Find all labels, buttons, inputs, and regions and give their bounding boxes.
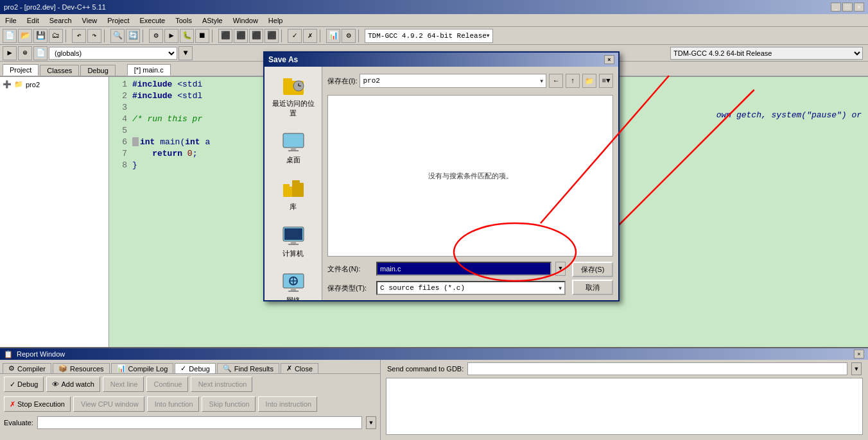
report-tab-resources[interactable]: 📦 Resources: [53, 363, 110, 373]
save-btn[interactable]: 💾: [33, 29, 48, 43]
menu-search[interactable]: Search: [47, 16, 74, 25]
config-select[interactable]: TDM-GCC 4.9.2 64-bit Release: [670, 47, 863, 60]
report-tab-debug[interactable]: ✓ Debug: [175, 363, 215, 373]
second-compiler-dropdown[interactable]: TDM-GCC 4.9.2 64-bit Release: [668, 46, 865, 60]
filename-input[interactable]: [376, 262, 551, 276]
folder-icon: 📁: [14, 80, 23, 89]
undo-btn[interactable]: ↶: [72, 29, 86, 43]
tab-debug[interactable]: Debug: [80, 65, 115, 76]
stop-btn[interactable]: ⏹: [195, 29, 209, 43]
filetype-row: 保存类型(T): C source files (*.c) ▼: [327, 281, 566, 295]
send-dropdown-btn[interactable]: ▼: [851, 362, 862, 375]
filetype-dropdown[interactable]: C source files (*.c) ▼: [376, 281, 566, 295]
menu-edit[interactable]: Edit: [24, 16, 42, 25]
sidebar-library[interactable]: 库: [268, 175, 319, 214]
menu-file[interactable]: File: [3, 16, 19, 25]
left-panel: ➕ 📁 pro2: [0, 77, 109, 347]
sep2: [104, 30, 108, 42]
sep7: [358, 30, 362, 42]
skip-function-btn[interactable]: Skip function: [202, 396, 256, 412]
redo-btn[interactable]: ↷: [87, 29, 101, 43]
tb2-btn1[interactable]: ▶: [3, 46, 17, 60]
report-window: 📋 Report Window × ⚙ Compiler 📦 Resources…: [0, 347, 868, 440]
maximize-btn[interactable]: □: [842, 3, 853, 12]
debug-btn[interactable]: ✓ Debug: [4, 377, 44, 392]
filename-dropdown-btn[interactable]: ▼: [555, 262, 566, 276]
tab-mainc[interactable]: [*] main.c: [127, 64, 171, 76]
dialog-save-btn[interactable]: 保存(S): [572, 262, 613, 277]
sep6: [320, 30, 324, 42]
report-close-btn[interactable]: ×: [854, 350, 864, 359]
location-dropdown[interactable]: pro2 ▼: [360, 74, 546, 88]
tree-item-pro2[interactable]: ➕ 📁 pro2: [3, 80, 106, 89]
dialog-close-btn[interactable]: ×: [604, 55, 614, 64]
globals-dropdown[interactable]: (globals): [49, 47, 177, 60]
nav-up-btn[interactable]: ↑: [566, 74, 580, 88]
tab-classes[interactable]: Classes: [40, 65, 79, 76]
report-tab-close[interactable]: ✗ Close: [281, 363, 318, 373]
into-function-btn[interactable]: Into function: [147, 396, 199, 412]
sidebar-network[interactable]: 网络: [268, 269, 319, 300]
close-btn[interactable]: ×: [854, 3, 864, 12]
tb2-btn2[interactable]: ⊕: [18, 46, 32, 60]
title-controls[interactable]: _ □ ×: [831, 3, 864, 12]
svg-rect-7: [291, 148, 296, 150]
chart-btn[interactable]: 📊: [326, 29, 340, 43]
svg-rect-18: [291, 288, 296, 291]
layout4-btn[interactable]: ⬛: [265, 29, 279, 43]
layout3-btn[interactable]: ⬛: [249, 29, 263, 43]
add-watch-btn[interactable]: 👁 Add watch: [46, 377, 100, 392]
sep3: [143, 30, 146, 42]
menu-tools[interactable]: Tools: [173, 16, 195, 25]
tb2-btn3[interactable]: 📄: [33, 46, 48, 60]
nav-newfolder-btn[interactable]: 📁: [582, 74, 596, 88]
save-all-btn[interactable]: 🗂: [49, 29, 63, 43]
dialog-cancel-btn[interactable]: 取消: [572, 280, 613, 295]
dialog-main: 保存在(I): pro2 ▼ ← ↑ 📁 ≡▼ 没有与搜索条件匹配的项。: [322, 67, 618, 300]
send-command-input[interactable]: [467, 362, 847, 375]
compiler-dropdown[interactable]: TDM-GCC 4.9.2 64-bit Release ▼: [365, 29, 493, 43]
tb2-drop-btn[interactable]: ▼: [178, 46, 193, 60]
run-btn[interactable]: ▶: [164, 29, 178, 43]
debug-btn2[interactable]: 🐛: [180, 29, 194, 43]
menu-astyle[interactable]: AStyle: [200, 16, 225, 25]
open-btn[interactable]: 📂: [18, 29, 32, 43]
x-btn[interactable]: ✗: [303, 29, 317, 43]
replace-btn[interactable]: 🔄: [126, 29, 140, 43]
nav-view-btn[interactable]: ≡▼: [599, 74, 613, 88]
dialog-toolbar: 保存在(I): pro2 ▼ ← ↑ 📁 ≡▼: [327, 72, 613, 90]
evaluate-input[interactable]: [37, 416, 362, 429]
menu-view[interactable]: View: [80, 16, 100, 25]
save-as-dialog[interactable]: Save As × 最近访: [263, 51, 620, 301]
nav-back-btn[interactable]: ←: [549, 74, 563, 88]
next-instruction-btn[interactable]: Next instruction: [191, 377, 253, 392]
compilelog-tab-icon: 📊: [117, 364, 126, 373]
svg-rect-16: [284, 228, 302, 240]
menu-execute[interactable]: Execute: [137, 16, 168, 25]
next-line-btn[interactable]: Next line: [103, 377, 144, 392]
layout1-btn[interactable]: ⬛: [218, 29, 232, 43]
find-btn[interactable]: 🔍: [110, 29, 125, 43]
svg-rect-11: [292, 183, 304, 197]
compile-btn[interactable]: ⚙: [149, 29, 163, 43]
menu-project[interactable]: Project: [105, 16, 132, 25]
continue-btn[interactable]: Continue: [146, 377, 188, 392]
report-tab-compilelog[interactable]: 📊 Compile Log: [111, 363, 174, 373]
sidebar-computer[interactable]: 计算机: [268, 222, 319, 261]
menu-window[interactable]: Window: [230, 16, 261, 25]
tab-project[interactable]: Project: [3, 64, 39, 76]
report-tab-compiler[interactable]: ⚙ Compiler: [3, 363, 51, 373]
check-btn[interactable]: ✓: [288, 29, 302, 43]
menu-help[interactable]: Help: [266, 16, 286, 25]
sidebar-desktop[interactable]: 桌面: [268, 128, 319, 167]
into-instruction-btn[interactable]: Into instruction: [258, 396, 318, 412]
layout2-btn[interactable]: ⬛: [234, 29, 248, 43]
new-btn[interactable]: 📄: [3, 29, 17, 43]
report-tab-findresults[interactable]: 🔍 Find Results: [217, 363, 279, 373]
settings-btn[interactable]: ⚙: [342, 29, 356, 43]
sidebar-recent[interactable]: 最近访问的位置: [268, 72, 319, 121]
view-cpu-btn[interactable]: View CPU window: [73, 396, 144, 412]
evaluate-dropdown-btn[interactable]: ▼: [366, 416, 376, 429]
minimize-btn[interactable]: _: [831, 3, 841, 12]
stop-execution-btn[interactable]: ✗ Stop Execution: [4, 396, 71, 412]
